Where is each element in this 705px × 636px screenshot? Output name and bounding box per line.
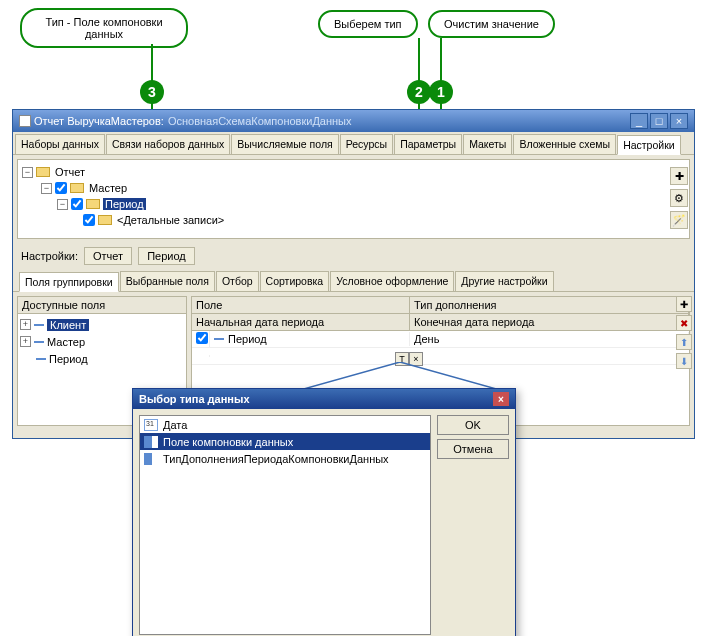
type-item-date[interactable]: Дата [163,419,187,431]
tool-add[interactable]: ✚ [670,167,688,185]
field-icon [34,324,44,326]
avail-period[interactable]: Период [49,353,88,365]
tree-master[interactable]: Мастер [87,182,129,194]
tool-wizard[interactable]: 🪄 [670,211,688,229]
tab-datasets[interactable]: Наборы данных [15,134,105,154]
maximize-button[interactable]: □ [650,113,668,129]
row-field[interactable]: Период [228,333,267,345]
avail-master[interactable]: Мастер [47,336,85,348]
tab-settings[interactable]: Настройки [617,135,681,155]
tree-check[interactable] [83,214,95,226]
grid-header-start: Начальная дата периода [192,314,410,330]
marker-3: 3 [140,80,164,104]
date-icon [144,419,158,431]
grid-up-button[interactable]: ⬆ [676,334,692,350]
expand-icon[interactable]: − [41,183,52,194]
settings-row: Настройки: Отчет Период [13,243,694,269]
group-icon [86,199,100,209]
report-icon [36,167,50,177]
field-icon [36,358,46,360]
tab-parameters[interactable]: Параметры [394,134,462,154]
minimize-button[interactable]: _ [630,113,648,129]
tab-resources[interactable]: Ресурсы [340,134,393,154]
grid-header-field: Поле [192,297,410,313]
group-icon [70,183,84,193]
subtab-filter[interactable]: Отбор [216,271,259,291]
tree-root[interactable]: Отчет [53,166,87,178]
type-item-period-addition[interactable]: ТипДополненияПериодаКомпоновкиДанных [163,453,389,465]
settings-report-button[interactable]: Отчет [84,247,132,265]
app-icon [19,115,31,127]
dialog-ok-button[interactable]: OK [437,415,509,435]
close-button[interactable]: × [670,113,688,129]
tree-detail[interactable]: <Детальные записи> [115,214,226,226]
settings-period-button[interactable]: Период [138,247,195,265]
dialog-cancel-button[interactable]: Отмена [437,439,509,459]
field-icon [144,453,158,465]
tree-period[interactable]: Период [103,198,146,210]
subtab-other[interactable]: Другие настройки [455,271,553,291]
select-type-button[interactable]: T [395,352,409,366]
subtab-conditional[interactable]: Условное оформление [330,271,454,291]
sub-tabbar: Поля группировки Выбранные поля Отбор Со… [13,269,694,292]
dialog-titlebar: Выбор типа данных × [133,389,515,409]
callout-1: Очистим значение [428,10,555,38]
marker-1: 1 [429,80,453,104]
tree-check[interactable] [55,182,67,194]
field-icon [144,436,158,448]
grid-delete-button[interactable]: ✖ [676,315,692,331]
avail-client[interactable]: Клиент [47,319,89,331]
type-item-composition-field[interactable]: Поле компоновки данных [163,436,293,448]
clear-value-button[interactable]: × [409,352,423,366]
tool-props[interactable]: ⚙ [670,189,688,207]
callout-2: Выберем тип [318,10,418,38]
group-icon [98,215,112,225]
callout-3: Тип - Поле компоновки данных [20,8,188,48]
expand-icon[interactable]: + [20,319,31,330]
expand-icon[interactable]: + [20,336,31,347]
tree-check[interactable] [71,198,83,210]
main-tabbar: Наборы данных Связи наборов данных Вычис… [13,132,694,155]
subtab-group-fields[interactable]: Поля группировки [19,272,119,292]
grid-header-type: Тип дополнения [410,297,689,313]
dialog-close-button[interactable]: × [493,392,509,406]
titlebar: Отчет ВыручкаМастеров: ОсновнаяСхемаКомп… [13,110,694,132]
title-sub: ОсновнаяСхемаКомпоновкиДанных [168,115,352,127]
grid-down-button[interactable]: ⬇ [676,353,692,369]
type-dialog: Выбор типа данных × Дата Поле компоновки… [132,388,516,636]
marker-2: 2 [407,80,431,104]
expand-icon[interactable]: − [57,199,68,210]
available-header: Доступные поля [17,296,187,314]
tab-dataset-links[interactable]: Связи наборов данных [106,134,230,154]
expand-icon[interactable]: − [22,167,33,178]
field-icon [34,341,44,343]
row-type[interactable]: День [410,332,689,346]
type-list[interactable]: Дата Поле компоновки данных ТипДополнени… [139,415,431,635]
tab-calc-fields[interactable]: Вычисляемые поля [231,134,338,154]
grid-header-end: Конечная дата периода [410,314,689,330]
grid-add-button[interactable]: ✚ [676,296,692,312]
subtab-sort[interactable]: Сортировка [260,271,330,291]
subtab-selected-fields[interactable]: Выбранные поля [120,271,215,291]
tab-nested-schemas[interactable]: Вложенные схемы [513,134,616,154]
settings-label: Настройки: [21,250,78,262]
tab-layouts[interactable]: Макеты [463,134,512,154]
report-tree[interactable]: −Отчет −Мастер −Период <Детальные записи… [17,159,690,239]
dialog-title: Выбор типа данных [139,393,250,405]
row-check[interactable] [196,332,208,344]
title-main: Отчет ВыручкаМастеров: [34,115,164,127]
field-icon [214,338,224,340]
